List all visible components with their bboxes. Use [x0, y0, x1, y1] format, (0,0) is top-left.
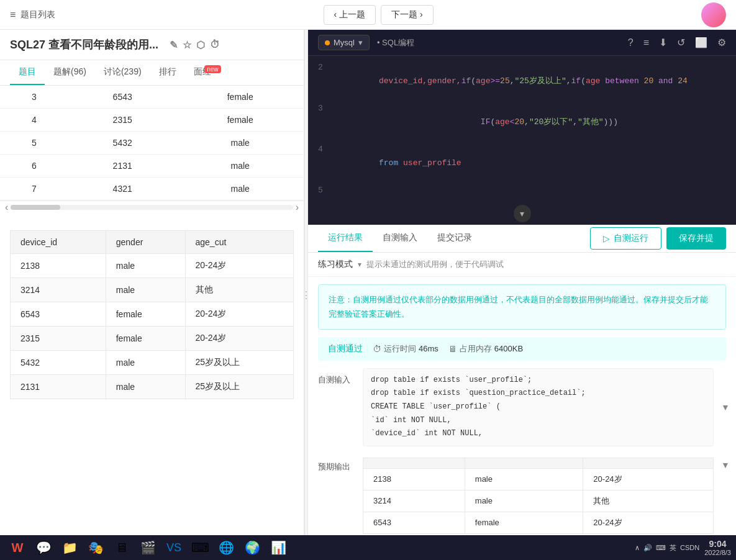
tab-problem[interactable]: 题目	[10, 60, 45, 85]
taskbar-app-start[interactable]: W	[5, 536, 30, 559]
prev-button[interactable]: ‹ 上一题	[324, 5, 376, 25]
data-cell: male	[176, 155, 304, 178]
problem-header: SQL27 查看不同年龄段的用... ✎ ☆ ⬡ ⏱	[0, 30, 304, 60]
download-icon[interactable]: ⬇	[659, 37, 667, 48]
result-table-row: 2131male25岁及以上	[11, 375, 294, 399]
data-cell: male	[176, 178, 304, 201]
practice-mode-bar: 练习模式 ▾ 提示未通过的测试用例，便于代码调试	[308, 253, 736, 277]
problem-title-text: SQL27 查看不同年龄段的用...	[10, 37, 158, 52]
edit-icon[interactable]: ✎	[170, 39, 178, 51]
data-table: 36543female42315female55432male62131male…	[0, 86, 304, 201]
right-panel: Mysql ▾ • SQL编程 ? ≡ ⬇ ↺ ⬜ ⚙ 2 device_id,…	[308, 30, 736, 560]
timer-icon[interactable]: ⏱	[210, 39, 220, 51]
expected-output-cell: male	[465, 490, 583, 512]
collapse-button[interactable]: ▾	[308, 202, 736, 225]
results-tab-list: 运行结果 自测输入 提交记录	[318, 225, 482, 252]
result-cell: 25岁及以上	[185, 351, 293, 375]
run-play-icon: ▷	[603, 233, 610, 243]
result-cell: 20-24岁	[185, 254, 293, 278]
tray-expand-icon[interactable]: ∧	[635, 544, 640, 552]
user-avatar[interactable]	[701, 2, 726, 27]
settings-icon[interactable]: ⚙	[717, 37, 726, 48]
expected-output-cell: 其他	[583, 490, 714, 512]
tab-ranking-label: 排行	[159, 66, 176, 76]
star-icon[interactable]: ☆	[183, 39, 191, 51]
taskbar-app-maps[interactable]: 🌍	[240, 536, 265, 559]
self-test-input-label: 自测输入	[318, 368, 355, 446]
editor-actions: ? ≡ ⬇ ↺ ⬜ ⚙	[628, 37, 726, 48]
memory-value: 6400KB	[494, 344, 523, 353]
db-selector[interactable]: Mysql ▾	[318, 35, 370, 50]
tab-self-test[interactable]: 自测输入	[373, 225, 427, 252]
expected-output-row: 3214male其他	[363, 490, 714, 512]
taskbar-app-terminal[interactable]: ⌨	[188, 536, 212, 559]
tab-submit-history[interactable]: 提交记录	[427, 225, 482, 252]
data-cell: 4	[0, 109, 68, 132]
tray-lang-icon[interactable]: 英	[670, 543, 676, 553]
editor-header: Mysql ▾ • SQL编程 ? ≡ ⬇ ↺ ⬜ ⚙	[308, 30, 736, 56]
tab-solutions[interactable]: 题解(96)	[45, 60, 95, 85]
taskbar-app-browser1[interactable]: 🎭	[83, 536, 108, 559]
tab-submit-history-label: 提交记录	[437, 232, 472, 242]
taskbar-app-edge[interactable]: 🌐	[214, 536, 239, 559]
taskbar-right: ∧ 🔊 ⌨ 英 CSDN 9:04 2022/8/3	[635, 539, 731, 556]
taskbar-app-files[interactable]: 📁	[57, 536, 82, 559]
tray-volume-icon[interactable]: 🔊	[643, 544, 652, 552]
hscroll-thumb	[11, 205, 60, 210]
self-test-row: 自测输入 drop table if exists `user_profile`…	[318, 368, 726, 446]
expand-icon[interactable]: ⬜	[695, 37, 707, 48]
result-cell: 20-24岁	[185, 327, 293, 351]
list-icon[interactable]: ≡	[643, 37, 649, 48]
refresh-icon[interactable]: ↺	[677, 37, 685, 48]
run-time-value: 46ms	[419, 344, 438, 353]
run-time-item: ⏱ 运行时间 46ms	[373, 343, 438, 355]
tray-keyboard-icon[interactable]: ⌨	[656, 544, 666, 552]
expected-section: device_id gender age_cut 2138male20-24岁3…	[0, 213, 304, 409]
code-line-2: 2 device_id,gender,if(age>=25,"25岁及以上",i…	[308, 61, 736, 102]
tab-problem-label: 题目	[19, 66, 36, 76]
taskbar-app-wechat[interactable]: 💬	[31, 536, 56, 559]
tab-run-result[interactable]: 运行结果	[318, 225, 373, 252]
top-nav: ≡ 题目列表 ‹ 上一题 下一题 ›	[0, 0, 736, 30]
self-run-button[interactable]: ▷ 自测运行	[590, 227, 661, 250]
results-panel: 运行结果 自测输入 提交记录 ▷ 自测运行 保存并提	[308, 225, 736, 560]
code-editor[interactable]: 2 device_id,gender,if(age>=25,"25岁及以上",i…	[308, 56, 736, 202]
status-bar: 自测通过 ⏱ 运行时间 46ms 🖥 占用内存 6400KB	[318, 337, 726, 361]
scroll-left-button[interactable]: ‹	[5, 202, 8, 213]
tab-discuss[interactable]: 讨论(239)	[95, 60, 150, 85]
code-line-3: 3 IF(age<20,"20岁以下","其他")))	[308, 102, 736, 143]
output-col-3	[583, 458, 714, 468]
result-cell: female	[106, 302, 185, 327]
line-num-4: 4	[318, 143, 330, 156]
share-icon[interactable]: ⬡	[196, 39, 205, 51]
taskbar-app-media[interactable]: 🎬	[135, 536, 160, 559]
taskbar: W 💬 📁 🎭 🖥 🎬 VS ⌨ 🌐 🌍 📊 ∧ 🔊 ⌨ 英 CSDN 9:04…	[0, 535, 736, 560]
next-button[interactable]: 下一题 ›	[381, 5, 434, 25]
result-table-row: 6543female20-24岁	[11, 302, 294, 327]
tab-run-result-label: 运行结果	[328, 232, 363, 242]
code-line-4: 4 from user_profile	[308, 143, 736, 184]
code-content-2: device_id,gender,if(age>=25,"25岁及以上",if(…	[330, 61, 688, 102]
help-icon[interactable]: ?	[628, 37, 634, 48]
result-col-gender: gender	[106, 231, 185, 254]
expected-output-row: 2138male20-24岁	[363, 468, 714, 490]
result-cell: male	[106, 375, 185, 399]
nav-title[interactable]: 题目列表	[20, 9, 55, 20]
taskbar-app-desktop[interactable]: 🖥	[109, 536, 134, 559]
taskbar-app-vscode[interactable]: VS	[161, 536, 186, 559]
save-submit-button[interactable]: 保存并提	[666, 227, 726, 250]
expected-output-row: 预期输出 2138male20-24岁3214male其他6543female2…	[318, 455, 726, 534]
expected-output-cell: 2138	[363, 468, 465, 490]
data-table-row: 36543female	[0, 86, 304, 109]
result-cell: male	[106, 351, 185, 375]
output-col-2	[465, 458, 583, 468]
expected-output-section: 预期输出 2138male20-24岁3214male其他6543female2…	[308, 455, 736, 543]
tab-ranking[interactable]: 排行	[150, 60, 185, 85]
scroll-right-button[interactable]: ›	[296, 202, 299, 213]
tab-interview[interactable]: 面经 new	[185, 60, 220, 85]
problem-title: SQL27 查看不同年龄段的用... ✎ ☆ ⬡ ⏱	[10, 37, 294, 52]
hscroll-area: ‹ ›	[0, 201, 304, 213]
left-panel: SQL27 查看不同年龄段的用... ✎ ☆ ⬡ ⏱ 题目 题解(96) 讨论(…	[0, 30, 304, 560]
taskbar-app-data[interactable]: 📊	[266, 536, 291, 559]
practice-dropdown-icon[interactable]: ▾	[358, 260, 361, 269]
